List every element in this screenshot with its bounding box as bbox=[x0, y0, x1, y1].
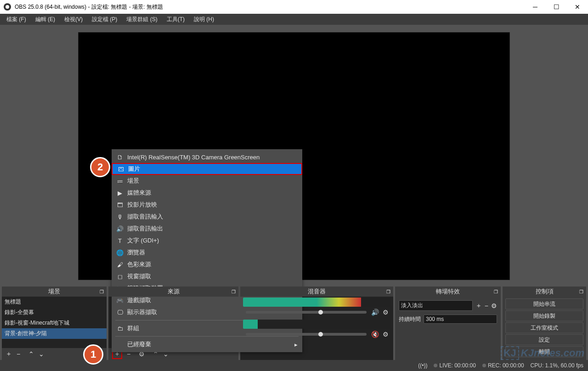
transitions-title: 轉場特效 bbox=[436, 287, 460, 296]
menu-file[interactable]: 檔案 (F) bbox=[3, 15, 30, 24]
ctxmenu-item-realsense[interactable]: 🗋Intel(R) RealSense(TM) 3D Camera GreenS… bbox=[112, 151, 302, 163]
start-record-button[interactable]: 開始錄製 bbox=[505, 310, 583, 321]
menu-help[interactable]: 說明 (H) bbox=[190, 15, 218, 24]
text-icon: T bbox=[115, 237, 124, 244]
minimize-button[interactable]: ─ bbox=[525, 0, 546, 14]
transition-settings-button[interactable]: ⚙ bbox=[491, 302, 497, 309]
duration-input[interactable]: 300 ms bbox=[424, 315, 497, 324]
menu-edit[interactable]: 編輯 (E) bbox=[32, 15, 59, 24]
audio-meter bbox=[243, 298, 390, 307]
scene-item[interactable]: 錄影-全螢幕 bbox=[2, 307, 107, 318]
rec-time: REC: 00:00:00 bbox=[488, 362, 524, 369]
broadcast-icon: ((•)) bbox=[418, 362, 427, 369]
studio-mode-button[interactable]: 工作室模式 bbox=[505, 322, 583, 333]
chevron-right-icon: ▸ bbox=[294, 341, 298, 348]
volume-slider[interactable] bbox=[246, 333, 367, 336]
play-icon: ▶ bbox=[115, 190, 124, 197]
transitions-dock: 轉場特效❐ 淡入淡出 ＋ − ⚙ 持續時間 300 ms bbox=[395, 287, 501, 360]
volume-slider[interactable] bbox=[246, 311, 367, 314]
add-transition-button[interactable]: ＋ bbox=[475, 302, 482, 310]
menu-scene-collection[interactable]: 場景群組 (S) bbox=[123, 15, 161, 24]
muted-speaker-icon[interactable]: 🔇 bbox=[371, 331, 379, 338]
popout-icon[interactable]: ❐ bbox=[232, 289, 236, 294]
ctxmenu-item-browser[interactable]: 🌐瀏覽器 bbox=[112, 247, 302, 259]
globe-icon: 🌐 bbox=[115, 249, 124, 256]
document-icon: 🗋 bbox=[115, 154, 124, 161]
popout-icon[interactable]: ❐ bbox=[579, 289, 583, 294]
popout-icon[interactable]: ❐ bbox=[100, 289, 104, 294]
ctxmenu-item-text[interactable]: T文字 (GDI+) bbox=[112, 235, 302, 247]
slideshow-icon: 🗔 bbox=[115, 202, 124, 208]
scenes-title: 場景 bbox=[48, 287, 60, 296]
controls-dock: 控制項❐ 開始串流 開始錄製 工作室模式 設定 離開 bbox=[503, 287, 586, 360]
close-button[interactable]: ✕ bbox=[567, 0, 588, 14]
scene-up-button[interactable]: ⌃ bbox=[28, 350, 34, 358]
mic-icon: 🎙 bbox=[115, 214, 124, 220]
cpu-fps: CPU: 1.1%, 60.00 fps bbox=[531, 362, 583, 369]
annotation-1: 1 bbox=[83, 344, 103, 365]
image-icon: ⮹ bbox=[116, 166, 125, 173]
ctxmenu-item-audio-output[interactable]: 🔊擷取音訊輸出 bbox=[112, 223, 302, 235]
duration-label: 持續時間 bbox=[399, 315, 421, 323]
ctxmenu-item-audio-input[interactable]: 🎙擷取音訊輸入 bbox=[112, 211, 302, 223]
speaker-icon: 🔊 bbox=[115, 225, 124, 232]
ctxmenu-item-media[interactable]: ▶媒體來源 bbox=[112, 187, 302, 199]
annotation-2: 2 bbox=[90, 157, 110, 177]
scene-item-selected[interactable]: 背景-創世神-夕陽 bbox=[2, 328, 107, 339]
scene-down-button[interactable]: ⌄ bbox=[39, 350, 44, 358]
menu-profile[interactable]: 設定檔 (P) bbox=[88, 15, 121, 24]
add-scene-button[interactable]: ＋ bbox=[6, 350, 12, 358]
ctxmenu-item-slideshow[interactable]: 🗔投影片放映 bbox=[112, 199, 302, 211]
audio-meter bbox=[243, 320, 390, 329]
start-stream-button[interactable]: 開始串流 bbox=[505, 298, 583, 309]
speaker-icon[interactable]: 🔊 bbox=[371, 309, 379, 316]
controls-title: 控制項 bbox=[536, 287, 554, 296]
settings-button[interactable]: 設定 bbox=[505, 334, 583, 345]
maximize-button[interactable]: ☐ bbox=[546, 0, 567, 14]
transition-select[interactable]: 淡入淡出 bbox=[399, 300, 473, 311]
menu-view[interactable]: 檢視(V) bbox=[61, 15, 86, 24]
ctxmenu-item-scene[interactable]: ≔場景 bbox=[112, 175, 302, 187]
window-icon: ◻ bbox=[115, 273, 124, 280]
menubar: 檔案 (F) 編輯 (E) 檢視(V) 設定檔 (P) 場景群組 (S) 工具(… bbox=[0, 14, 588, 25]
sources-title: 來源 bbox=[168, 287, 180, 296]
remove-transition-button[interactable]: − bbox=[485, 302, 488, 309]
gear-icon[interactable]: ⚙ bbox=[383, 309, 389, 316]
brush-icon: 🖌 bbox=[115, 261, 124, 268]
folder-icon: 🗀 bbox=[115, 325, 124, 332]
live-time: LIVE: 00:00:00 bbox=[439, 362, 475, 369]
list-icon: ≔ bbox=[115, 178, 124, 185]
gear-icon[interactable]: ⚙ bbox=[383, 331, 389, 338]
ctxmenu-item-color[interactable]: 🖌色彩來源 bbox=[112, 259, 302, 270]
mixer-title: 混音器 bbox=[308, 287, 326, 296]
popout-icon[interactable]: ❐ bbox=[494, 289, 498, 294]
scene-item[interactable]: 無標題 bbox=[2, 297, 107, 307]
menu-tools[interactable]: 工具(T) bbox=[163, 15, 188, 24]
window-title: OBS 25.0.8 (64-bit, windows) - 設定檔: 無標題 … bbox=[15, 3, 163, 11]
live-dot-icon bbox=[434, 364, 437, 367]
ctxmenu-item-image[interactable]: ⮹圖片 bbox=[112, 163, 302, 175]
gamepad-icon: 🎮 bbox=[115, 297, 124, 304]
monitor-icon: 🖵 bbox=[115, 309, 124, 316]
ctxmenu-item-deprecated[interactable]: 已經廢棄▸ bbox=[112, 338, 302, 350]
remove-scene-button[interactable]: − bbox=[17, 350, 20, 358]
popout-icon[interactable]: ❐ bbox=[386, 289, 390, 294]
titlebar: OBS 25.0.8 (64-bit, windows) - 設定檔: 無標題 … bbox=[0, 0, 588, 14]
exit-button[interactable]: 離開 bbox=[505, 346, 583, 357]
ctxmenu-item-window-capture[interactable]: ◻視窗擷取 bbox=[112, 270, 302, 282]
app-logo-icon bbox=[4, 3, 11, 11]
rec-dot-icon bbox=[482, 364, 486, 367]
scene-item[interactable]: 錄影-視窗-Minecraft地下城 bbox=[2, 318, 107, 328]
